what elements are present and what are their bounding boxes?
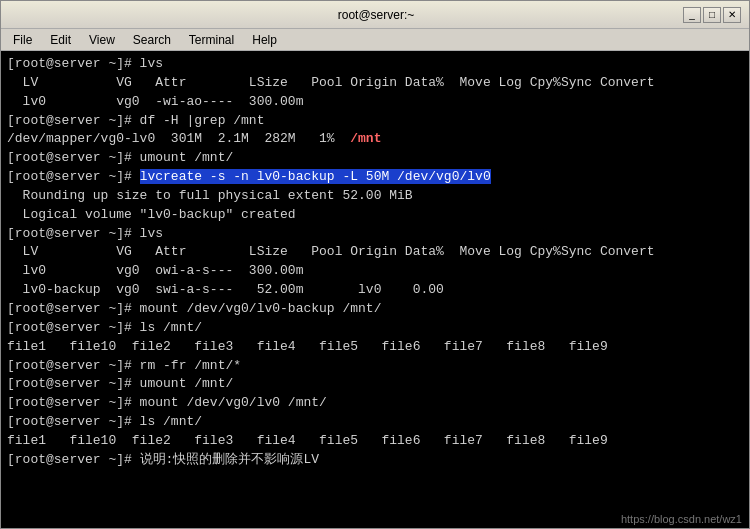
terminal-body[interactable]: [root@server ~]# lvs LV VG Attr LSize Po… <box>1 51 749 528</box>
terminal-line: Logical volume "lv0-backup" created <box>7 206 743 225</box>
terminal-line: [root@server ~]# ls /mnt/ <box>7 413 743 432</box>
terminal-line: [root@server ~]# df -H |grep /mnt <box>7 112 743 131</box>
minimize-button[interactable]: _ <box>683 7 701 23</box>
terminal-line: lv0-backup vg0 swi-a-s--- 52.00m lv0 0.0… <box>7 281 743 300</box>
terminal-line: [root@server ~]# 说明:快照的删除并不影响源LV <box>7 451 743 470</box>
terminal-line: LV VG Attr LSize Pool Origin Data% Move … <box>7 74 743 93</box>
terminal-line: Rounding up size to full physical extent… <box>7 187 743 206</box>
maximize-button[interactable]: □ <box>703 7 721 23</box>
terminal-window: root@server:~ _ □ ✕ FileEditViewSearchTe… <box>0 0 750 529</box>
window-controls: _ □ ✕ <box>683 7 741 23</box>
close-button[interactable]: ✕ <box>723 7 741 23</box>
terminal-line: lv0 vg0 owi-a-s--- 300.00m <box>7 262 743 281</box>
terminal-line: LV VG Attr LSize Pool Origin Data% Move … <box>7 243 743 262</box>
terminal-line: [root@server ~]# lvs <box>7 225 743 244</box>
menu-item-search[interactable]: Search <box>125 31 179 49</box>
menu-item-file[interactable]: File <box>5 31 40 49</box>
terminal-line: file1 file10 file2 file3 file4 file5 fil… <box>7 338 743 357</box>
terminal-line: [root@server ~]# umount /mnt/ <box>7 149 743 168</box>
menu-item-view[interactable]: View <box>81 31 123 49</box>
terminal-line: [root@server ~]# lvs <box>7 55 743 74</box>
menu-item-terminal[interactable]: Terminal <box>181 31 242 49</box>
terminal-line: [root@server ~]# ls /mnt/ <box>7 319 743 338</box>
menu-item-edit[interactable]: Edit <box>42 31 79 49</box>
terminal-line: [root@server ~]# mount /dev/vg0/lv0-back… <box>7 300 743 319</box>
terminal-line: [root@server ~]# lvcreate -s -n lv0-back… <box>7 168 743 187</box>
terminal-line: [root@server ~]# mount /dev/vg0/lv0 /mnt… <box>7 394 743 413</box>
terminal-line: [root@server ~]# rm -fr /mnt/* <box>7 357 743 376</box>
window-title: root@server:~ <box>69 8 683 22</box>
titlebar: root@server:~ _ □ ✕ <box>1 1 749 29</box>
terminal-line: /dev/mapper/vg0-lv0 301M 2.1M 282M 1% /m… <box>7 130 743 149</box>
menu-item-help[interactable]: Help <box>244 31 285 49</box>
terminal-line: file1 file10 file2 file3 file4 file5 fil… <box>7 432 743 451</box>
terminal-line: lv0 vg0 -wi-ao---- 300.00m <box>7 93 743 112</box>
terminal-line: [root@server ~]# umount /mnt/ <box>7 375 743 394</box>
menubar: FileEditViewSearchTerminalHelp <box>1 29 749 51</box>
watermark: https://blog.csdn.net/wz1 <box>621 513 742 525</box>
